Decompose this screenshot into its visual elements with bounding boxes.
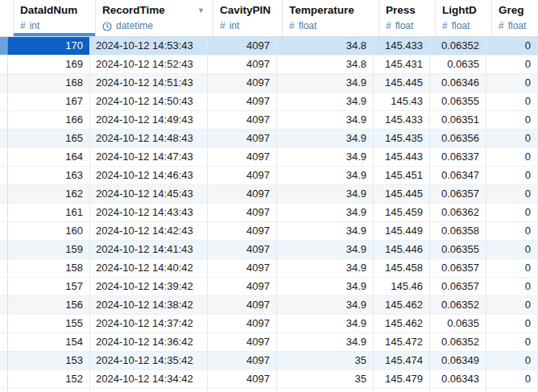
cell-dataidnum[interactable]: 156 xyxy=(8,296,90,315)
column-header-greg[interactable]: Greg # float xyxy=(492,0,538,36)
cell-lightd[interactable]: 0.06347 xyxy=(430,167,486,185)
cell-press[interactable]: 145.458 xyxy=(374,259,430,278)
table-row[interactable]: 1632024-10-12 14:46:43409734.9145.4510.0… xyxy=(0,167,538,185)
cell-lightd[interactable]: 0.06355 xyxy=(430,241,486,259)
cell-cavitypin[interactable]: 4097 xyxy=(208,111,277,130)
cell-greg[interactable]: 0 xyxy=(486,111,538,130)
table-row[interactable]: 1572024-10-12 14:39:42409734.9145.460.06… xyxy=(0,278,538,296)
cell-dataidnum[interactable]: 162 xyxy=(8,185,90,204)
row-gutter[interactable] xyxy=(0,130,8,148)
table-row[interactable]: 1552024-10-12 14:37:42409734.9145.4620.0… xyxy=(0,315,538,333)
cell-lightd[interactable]: 0.06358 xyxy=(430,222,486,241)
cell-greg[interactable]: 0 xyxy=(486,370,538,389)
row-gutter[interactable] xyxy=(0,148,8,167)
cell-press[interactable]: 145.433 xyxy=(374,37,430,56)
row-gutter[interactable] xyxy=(0,241,8,259)
cell-cavitypin[interactable]: 4097 xyxy=(208,370,277,389)
cell-recordtime[interactable]: 2024-10-12 14:46:43 xyxy=(90,167,208,185)
cell-temperature[interactable]: 34.9 xyxy=(277,241,374,259)
cell-greg[interactable]: 0 xyxy=(486,167,538,185)
row-gutter[interactable] xyxy=(0,167,8,185)
cell-dataidnum[interactable]: 165 xyxy=(8,130,90,148)
table-row[interactable]: 1522024-10-12 14:34:42409735145.4790.063… xyxy=(0,370,538,389)
cell-recordtime[interactable]: 2024-10-12 14:37:42 xyxy=(90,315,208,333)
column-header-cavitypin[interactable]: CavityPIN # int xyxy=(213,0,283,36)
cell-dataidnum[interactable]: 163 xyxy=(8,167,90,185)
row-gutter[interactable] xyxy=(0,204,8,222)
row-gutter[interactable] xyxy=(0,259,8,278)
cell-press[interactable]: 145.445 xyxy=(374,74,430,93)
cell-dataidnum[interactable]: 159 xyxy=(8,241,90,259)
table-row[interactable]: 1542024-10-12 14:36:42409734.9145.4720.0… xyxy=(0,333,538,352)
cell-recordtime[interactable]: 2024-10-12 14:52:43 xyxy=(90,56,208,74)
cell-press[interactable]: 145.46 xyxy=(374,278,430,296)
cell-recordtime[interactable]: 2024-10-12 14:49:43 xyxy=(90,111,208,130)
cell-press[interactable]: 145.449 xyxy=(374,222,430,241)
cell-greg[interactable]: 0 xyxy=(486,222,538,241)
cell-dataidnum[interactable]: 152 xyxy=(8,370,90,389)
column-header-dataidnum[interactable]: DataIdNum # int xyxy=(14,0,96,36)
cell-press[interactable]: 145.474 xyxy=(374,352,430,370)
cell-press[interactable]: 145.443 xyxy=(374,148,430,167)
cell-temperature[interactable]: 35 xyxy=(277,370,374,389)
cell-recordtime[interactable]: 2024-10-12 14:50:43 xyxy=(90,93,208,111)
cell-press[interactable]: 145.43 xyxy=(374,93,430,111)
cell-lightd[interactable]: 0.0635 xyxy=(430,56,486,74)
table-row[interactable]: 1652024-10-12 14:48:43409734.9145.4350.0… xyxy=(0,130,538,148)
row-gutter[interactable] xyxy=(0,333,8,352)
cell-recordtime[interactable]: 2024-10-12 14:39:42 xyxy=(90,278,208,296)
cell-cavitypin[interactable]: 4097 xyxy=(208,222,277,241)
cell-greg[interactable]: 0 xyxy=(486,56,538,74)
cell-lightd[interactable]: 0.06357 xyxy=(430,278,486,296)
cell-cavitypin[interactable]: 4097 xyxy=(208,167,277,185)
cell-recordtime[interactable]: 2024-10-12 14:47:43 xyxy=(90,148,208,167)
cell-recordtime[interactable]: 2024-10-12 14:42:43 xyxy=(90,222,208,241)
cell-press[interactable]: 145.446 xyxy=(374,241,430,259)
cell-cavitypin[interactable]: 4097 xyxy=(208,296,277,315)
row-gutter[interactable] xyxy=(0,93,8,111)
cell-press[interactable]: 145.459 xyxy=(374,204,430,222)
cell-dataidnum[interactable]: 166 xyxy=(8,111,90,130)
cell-press[interactable]: 145.472 xyxy=(374,333,430,352)
cell-cavitypin[interactable]: 4097 xyxy=(208,278,277,296)
cell-greg[interactable]: 0 xyxy=(486,259,538,278)
table-row[interactable]: 1672024-10-12 14:50:43409734.9145.430.06… xyxy=(0,93,538,111)
cell-recordtime[interactable]: 2024-10-12 14:43:43 xyxy=(90,204,208,222)
cell-greg[interactable]: 0 xyxy=(486,185,538,204)
cell-temperature[interactable]: 35 xyxy=(277,352,374,370)
row-gutter[interactable] xyxy=(0,74,8,93)
cell-recordtime[interactable]: 2024-10-12 14:41:43 xyxy=(90,241,208,259)
table-row[interactable]: 1622024-10-12 14:45:43409734.9145.4450.0… xyxy=(0,185,538,204)
cell-greg[interactable]: 0 xyxy=(486,148,538,167)
row-gutter[interactable] xyxy=(0,56,8,74)
cell-recordtime[interactable]: 2024-10-12 14:51:43 xyxy=(90,74,208,93)
cell-greg[interactable]: 0 xyxy=(486,352,538,370)
table-row[interactable]: 1532024-10-12 14:35:42409735145.4740.063… xyxy=(0,352,538,370)
row-gutter[interactable] xyxy=(0,185,8,204)
cell-recordtime[interactable]: 2024-10-12 14:40:42 xyxy=(90,259,208,278)
cell-temperature[interactable]: 34.9 xyxy=(277,315,374,333)
cell-lightd[interactable]: 0.06349 xyxy=(430,352,486,370)
cell-lightd[interactable]: 0.06355 xyxy=(430,93,486,111)
table-row[interactable]: 1682024-10-12 14:51:43409734.9145.4450.0… xyxy=(0,74,538,93)
table-row[interactable]: 1692024-10-12 14:52:43409734.8145.4310.0… xyxy=(0,56,538,74)
cell-temperature[interactable]: 34.9 xyxy=(277,259,374,278)
cell-greg[interactable]: 0 xyxy=(486,333,538,352)
sort-desc-icon[interactable]: ▼ xyxy=(197,3,205,18)
cell-temperature[interactable]: 34.9 xyxy=(277,222,374,241)
cell-recordtime[interactable]: 2024-10-12 14:38:42 xyxy=(90,296,208,315)
cell-lightd[interactable]: 0.06362 xyxy=(430,204,486,222)
table-row[interactable]: 1642024-10-12 14:47:43409734.9145.4430.0… xyxy=(0,148,538,167)
cell-lightd[interactable]: 0.06352 xyxy=(430,333,486,352)
cell-cavitypin[interactable]: 4097 xyxy=(208,204,277,222)
cell-lightd[interactable]: 0.06343 xyxy=(430,370,486,389)
cell-greg[interactable]: 0 xyxy=(486,315,538,333)
cell-temperature[interactable]: 34.9 xyxy=(277,148,374,167)
cell-press[interactable]: 145.479 xyxy=(374,370,430,389)
cell-cavitypin[interactable]: 4097 xyxy=(208,56,277,74)
cell-dataidnum[interactable]: 157 xyxy=(8,278,90,296)
cell-dataidnum[interactable]: 155 xyxy=(8,315,90,333)
cell-dataidnum[interactable]: 169 xyxy=(8,56,90,74)
cell-recordtime[interactable]: 2024-10-12 14:48:43 xyxy=(90,130,208,148)
table-row[interactable]: 1592024-10-12 14:41:43409734.9145.4460.0… xyxy=(0,241,538,259)
